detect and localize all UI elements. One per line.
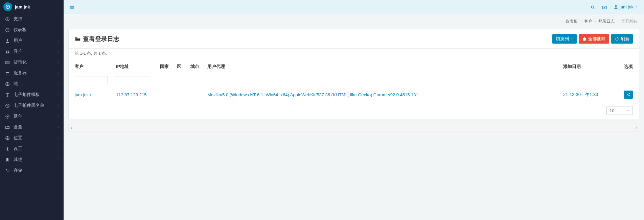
chevron-left-icon: ‹ xyxy=(58,136,60,140)
trash-icon xyxy=(582,36,587,41)
question-circle-icon xyxy=(4,16,11,22)
breadcrumb-dashboard[interactable]: 仪表板 xyxy=(566,19,578,24)
svg-rect-8 xyxy=(6,61,9,64)
th-area[interactable]: 区 xyxy=(174,60,187,73)
svg-point-13 xyxy=(7,148,8,150)
page-title: 查看登录日志 xyxy=(75,35,119,43)
th-city[interactable]: 城市 xyxy=(187,60,204,73)
sidebar-item-1[interactable]: 仪表板 xyxy=(0,24,64,35)
sidebar-item-7[interactable]: 电子邮件模板‹ xyxy=(0,89,64,100)
search-icon[interactable] xyxy=(591,4,595,9)
breadcrumb-current: 查看所有 xyxy=(621,19,637,24)
sidebar-item-13[interactable]: 其他‹ xyxy=(0,154,64,165)
chevron-left-icon: ‹ xyxy=(58,157,60,162)
th-options: 选项 xyxy=(621,60,639,73)
sidebar-item-2[interactable]: 用户‹ xyxy=(0,35,64,46)
th-ip[interactable]: IP地址 xyxy=(113,60,157,73)
cell-ua: Mozilla/5.0 (Windows NT 6.1; Win64; x64)… xyxy=(207,92,422,97)
share-icon xyxy=(626,92,631,97)
sidebar: jam jnk 支持仪表板用户‹客户‹货币化‹服务器‹域‹电子邮件模板‹电子邮件… xyxy=(0,0,64,220)
sidebar-item-label: 货币化 xyxy=(14,59,27,65)
th-customer[interactable]: 客户 xyxy=(69,60,113,73)
sidebar-item-label: 仪表板 xyxy=(14,27,27,33)
svg-point-14 xyxy=(7,172,8,172)
main: jam jnk 仪表板 › 客户 › 登录日志 › 查看所有 查看登录日志 切换… xyxy=(64,0,644,220)
breadcrumb-customers[interactable]: 客户 xyxy=(584,19,592,24)
cell-customer-link[interactable]: jam jnk › xyxy=(75,92,91,97)
toggle-columns-button[interactable]: 切换列 xyxy=(552,34,577,44)
cell-area xyxy=(174,87,187,102)
cell-ip[interactable]: 113.87.128.215 xyxy=(116,92,146,97)
svg-point-5 xyxy=(7,39,8,41)
svg-point-20 xyxy=(629,95,630,96)
svg-point-17 xyxy=(615,5,617,7)
credit-card-icon xyxy=(4,59,11,65)
brand[interactable]: jam jnk xyxy=(0,0,64,14)
chevron-left-icon: ‹ xyxy=(58,103,60,107)
sidebar-item-12[interactable]: 设置‹ xyxy=(0,143,64,154)
svg-point-16 xyxy=(591,6,594,8)
user-menu[interactable]: jam jnk xyxy=(614,4,638,9)
filter-ip-input[interactable] xyxy=(116,76,149,84)
chevron-left-icon: ‹ xyxy=(58,39,60,43)
panel-header: 查看登录日志 切换列 全部删除 刷新 xyxy=(69,29,639,49)
sidebar-item-label: 位置 xyxy=(14,135,22,141)
refresh-button[interactable]: 刷新 xyxy=(611,34,633,44)
scroll-left-icon[interactable]: ‹ xyxy=(69,125,74,130)
sidebar-item-6[interactable]: 域‹ xyxy=(0,78,64,89)
sidebar-item-label: 域 xyxy=(14,81,18,87)
svg-point-7 xyxy=(8,50,9,52)
users-icon xyxy=(4,49,11,54)
svg-point-18 xyxy=(627,94,627,95)
refresh-icon xyxy=(615,36,619,41)
sidebar-item-5[interactable]: 服务器‹ xyxy=(0,68,64,78)
sidebar-item-3[interactable]: 客户‹ xyxy=(0,46,64,57)
th-ua[interactable]: 用户代理 xyxy=(204,60,560,73)
sidebar-item-label: 客户 xyxy=(14,48,22,54)
globe-icon xyxy=(4,135,11,141)
sidebar-item-8[interactable]: 电子邮件黑名单‹ xyxy=(0,100,64,111)
sidebar-item-label: 延伸 xyxy=(14,113,22,119)
sidebar-item-9[interactable]: 延伸‹ xyxy=(0,111,64,122)
cart-icon xyxy=(4,168,11,173)
scroll-right-icon[interactable]: › xyxy=(634,125,639,130)
mail-icon[interactable] xyxy=(602,4,607,9)
table-row: jam jnk ›113.87.128.215Mozilla/5.0 (Wind… xyxy=(69,87,639,102)
svg-point-19 xyxy=(629,93,630,94)
svg-point-3 xyxy=(7,20,7,20)
sidebar-item-4[interactable]: 货币化‹ xyxy=(0,57,64,68)
svg-point-1 xyxy=(7,6,8,7)
delete-all-button[interactable]: 全部删除 xyxy=(579,34,609,44)
cell-country xyxy=(157,87,174,102)
breadcrumb: 仪表板 › 客户 › 登录日志 › 查看所有 xyxy=(64,14,644,29)
sidebar-item-0[interactable]: 支持 xyxy=(0,14,64,24)
user-menu-label: jam jnk xyxy=(620,4,634,9)
horizontal-scrollbar[interactable]: ‹ › xyxy=(68,124,639,131)
panel: 查看登录日志 切换列 全部删除 刷新 第 1-1 条, 共 1 条. xyxy=(68,29,639,119)
chevron-left-icon: ‹ xyxy=(58,93,60,97)
sidebar-item-label: 用户 xyxy=(14,38,22,44)
sidebar-item-10[interactable]: 含量‹ xyxy=(0,122,64,132)
page-size-select[interactable]: 10 xyxy=(606,106,633,115)
sidebar-item-label: 电子邮件黑名单 xyxy=(14,102,44,108)
th-date[interactable]: 添加日期 xyxy=(560,60,621,73)
server-icon xyxy=(4,70,11,76)
row-share-button[interactable] xyxy=(624,91,633,99)
svg-point-15 xyxy=(8,172,9,172)
chevron-left-icon: ‹ xyxy=(58,125,60,129)
sidebar-item-11[interactable]: 位置‹ xyxy=(0,132,64,143)
cell-date: 21-12-30上午1:30 xyxy=(563,92,598,97)
filter-customer-input[interactable] xyxy=(75,76,108,84)
dashboard-icon xyxy=(4,27,11,32)
caret-down-icon xyxy=(570,38,573,41)
svg-point-6 xyxy=(6,50,7,52)
sidebar-item-label: 其他 xyxy=(14,156,22,163)
brand-logo-icon xyxy=(3,2,12,11)
th-country[interactable]: 国家 xyxy=(157,60,174,73)
chevron-down-icon xyxy=(635,5,638,8)
breadcrumb-login-log[interactable]: 登录日志 xyxy=(598,19,615,24)
chevron-left-icon: ‹ xyxy=(58,114,60,118)
chevron-left-icon: ‹ xyxy=(58,82,60,86)
sidebar-toggle-icon[interactable] xyxy=(70,4,74,9)
sidebar-item-14[interactable]: 存储 xyxy=(0,165,64,176)
